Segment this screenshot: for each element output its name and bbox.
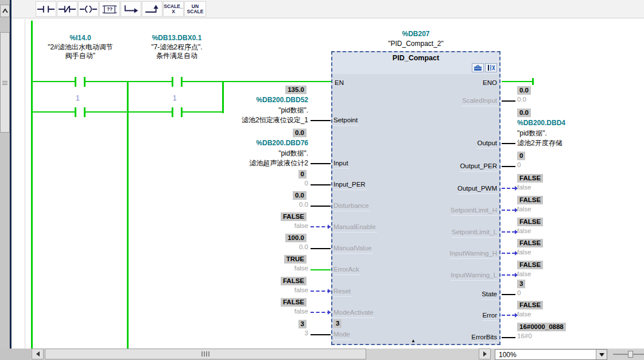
block-pin-label-modeactivate[interactable]: ModeActivate bbox=[333, 308, 375, 318]
block-pin-label-state[interactable]: State bbox=[482, 290, 498, 300]
pin-operand-disturbance[interactable]: 0.0 bbox=[299, 201, 308, 208]
block-pin-label-inputwarning_h[interactable]: InputWarning_H bbox=[449, 249, 498, 259]
pin-monitor-output_pwm[interactable]: FALSE bbox=[517, 174, 543, 183]
block-pin-label-mode[interactable]: Mode bbox=[333, 330, 351, 340]
pin-operand-input_per[interactable]: 0 bbox=[305, 180, 308, 187]
contact2-tag-name[interactable]: "7-滤池2程序点". 条件满足自动 bbox=[117, 43, 237, 60]
block-pin-label-scaledinput[interactable]: ScaledInput bbox=[462, 96, 498, 106]
zoom-level-combobox[interactable]: 100% bbox=[495, 349, 607, 360]
pin-monitor-input_per[interactable]: 0 bbox=[298, 170, 307, 179]
normally-closed-contact-button[interactable] bbox=[57, 1, 77, 17]
pin-operand-output-line1[interactable]: %DB200.DBD4 bbox=[517, 119, 565, 127]
horizontal-scrollbar-thumb[interactable] bbox=[45, 349, 366, 359]
pid-compact-block[interactable]: PID_Compact EN ENO ▲ bbox=[331, 51, 501, 345]
pin-operand-manualvalue[interactable]: 0.0 bbox=[299, 243, 308, 250]
empty-box-button[interactable]: ?? bbox=[99, 1, 120, 17]
vertical-scrollbar[interactable] bbox=[0, 0, 10, 360]
pin-monitor-scaledinput[interactable]: 0.0 bbox=[517, 86, 531, 95]
pin-operand-output-line2[interactable]: "pid数据". bbox=[517, 129, 547, 138]
block-pin-label-input_per[interactable]: Input_PER bbox=[333, 180, 367, 190]
open-branch-button[interactable] bbox=[121, 1, 141, 17]
vertical-scrollbar-thumb[interactable] bbox=[0, 32, 10, 133]
pin-operand-errorack[interactable]: false bbox=[294, 265, 308, 272]
pin-monitor-errorack[interactable]: TRUE bbox=[284, 255, 307, 264]
zoom-dropdown-button[interactable] bbox=[596, 350, 607, 359]
unscale-button[interactable]: UN SCALE bbox=[184, 1, 206, 17]
pin-operand-output-line3[interactable]: 滤池2开度存储 bbox=[517, 138, 562, 148]
configuration-toolbox-icon[interactable] bbox=[472, 63, 484, 72]
pin-operand-manualenable[interactable]: false bbox=[294, 222, 308, 229]
pin-monitor-manualvalue[interactable]: 100.0 bbox=[285, 234, 307, 242]
collapse-block-triangle[interactable]: ▲ bbox=[411, 338, 416, 343]
pin-monitor-setpointlimit_h[interactable]: FALSE bbox=[517, 196, 543, 204]
pin-operand-setpoint-line2[interactable]: "pid数据". bbox=[278, 106, 308, 115]
contact-bar[interactable] bbox=[84, 77, 86, 87]
pin-operand-setpoint-line3[interactable]: 滤池2恒定液位设定_1 bbox=[242, 115, 308, 125]
pin-monitor-inputwarning_l[interactable]: FALSE bbox=[517, 261, 543, 269]
contact-bar[interactable] bbox=[172, 107, 173, 117]
instance-db-name[interactable]: "PID_Compact_2" bbox=[331, 40, 501, 48]
block-pin-label-errorack[interactable]: ErrorAck bbox=[333, 265, 360, 275]
pin-operand-errorbits[interactable]: 16#0 bbox=[517, 332, 532, 339]
block-pin-label-reset[interactable]: Reset bbox=[333, 287, 352, 297]
pin-monitor-manualenable[interactable]: FALSE bbox=[281, 212, 307, 221]
pin-operand-scaledinput[interactable]: 0.0 bbox=[517, 96, 526, 103]
block-pin-label-errorbits[interactable]: ErrorBits bbox=[471, 333, 498, 343]
pin-monitor-reset[interactable]: FALSE bbox=[281, 277, 307, 285]
pin-operand-mode[interactable]: 3 bbox=[305, 330, 308, 336]
block-pin-label-input[interactable]: Input bbox=[333, 159, 350, 169]
pin-operand-state[interactable]: 0 bbox=[517, 289, 521, 296]
block-pin-label-output_per[interactable]: Output_PER bbox=[460, 162, 498, 172]
pin-monitor-output[interactable]: 0.0 bbox=[517, 109, 531, 117]
block-pin-label-manualvalue[interactable]: ManualValue bbox=[333, 244, 373, 254]
pin-monitor-output_per[interactable]: 0 bbox=[517, 152, 525, 160]
pin-operand-setpoint-line1[interactable]: %DB200.DBD52 bbox=[256, 96, 308, 104]
block-pin-label-output_pwm[interactable]: Output_PWM bbox=[457, 184, 498, 194]
pin-operand-inputwarning_h[interactable]: false bbox=[517, 249, 531, 256]
block-pin-label-inputwarning_l[interactable]: InputWarning_L bbox=[451, 271, 498, 281]
pin-monitor-inputwarning_h[interactable]: FALSE bbox=[517, 239, 543, 247]
pin-operand-output_pwm[interactable]: false bbox=[517, 184, 531, 191]
contact2-address[interactable]: %DB13.DBX0.1 bbox=[122, 34, 231, 42]
pin-monitor-state[interactable]: 3 bbox=[517, 280, 525, 288]
pin-operand-input-line2[interactable]: "pid数据". bbox=[278, 149, 308, 158]
block-pin-label-setpoint[interactable]: Setpoint bbox=[333, 116, 359, 126]
pin-operand-setpointlimit_h[interactable]: false bbox=[517, 206, 531, 212]
block-pin-label-output[interactable]: Output bbox=[477, 139, 498, 149]
block-pin-label-setpointlimit_l[interactable]: SetpointLimit_L bbox=[452, 228, 498, 238]
close-branch-button[interactable] bbox=[142, 1, 162, 17]
zoom-slider-handle[interactable] bbox=[628, 351, 633, 358]
scroll-left-button[interactable] bbox=[32, 349, 44, 359]
commissioning-tools-icon[interactable] bbox=[485, 63, 497, 72]
contact-bar[interactable] bbox=[172, 77, 173, 87]
block-pin-label-disturbance[interactable]: Disturbance bbox=[333, 202, 370, 211]
pin-operand-modeactivate[interactable]: false bbox=[294, 308, 308, 315]
contact-bar[interactable] bbox=[75, 77, 76, 87]
pin-monitor-modeactivate[interactable]: FALSE bbox=[281, 298, 307, 307]
pin-monitor-errorbits[interactable]: 16#0000_0888 bbox=[517, 323, 566, 331]
pin-monitor-setpointlimit_l[interactable]: FALSE bbox=[517, 218, 543, 226]
pin-operand-input-line3[interactable]: 滤池超声波液位计2 bbox=[249, 158, 308, 168]
contact-bar[interactable] bbox=[84, 107, 86, 117]
contact-bar[interactable] bbox=[181, 77, 183, 87]
pin-operand-setpointlimit_l[interactable]: false bbox=[517, 227, 531, 234]
block-pin-label-setpointlimit_h[interactable]: SetpointLimit_H bbox=[451, 206, 498, 216]
scroll-right-button[interactable] bbox=[479, 349, 491, 359]
block-pin-label-manualenable[interactable]: ManualEnable bbox=[333, 223, 377, 233]
pin-operand-error[interactable]: false bbox=[517, 311, 531, 318]
scale-x-button[interactable]: SCALE_ X bbox=[163, 1, 184, 17]
scroll-up-button[interactable] bbox=[0, 5, 10, 17]
normally-open-contact-button[interactable] bbox=[36, 1, 56, 17]
pin-operand-input-line1[interactable]: %DB200.DBD76 bbox=[256, 139, 308, 147]
pin-monitor-disturbance[interactable]: 0.0 bbox=[293, 191, 307, 200]
pin-monitor-input[interactable]: 0.0 bbox=[293, 129, 307, 137]
pin-monitor-error[interactable]: FALSE bbox=[517, 301, 543, 309]
contact-bar[interactable] bbox=[181, 107, 183, 117]
block-pin-label-error[interactable]: Error bbox=[482, 311, 498, 321]
instance-db-address[interactable]: %DB207 bbox=[331, 30, 501, 38]
pin-monitor-mode[interactable]: 3 bbox=[298, 320, 307, 328]
pin-operand-output_per[interactable]: 0 bbox=[517, 161, 521, 168]
contact1-address[interactable]: %I14.0 bbox=[26, 34, 135, 42]
pin-operand-inputwarning_l[interactable]: false bbox=[517, 270, 531, 277]
contact-bar[interactable] bbox=[75, 107, 76, 117]
